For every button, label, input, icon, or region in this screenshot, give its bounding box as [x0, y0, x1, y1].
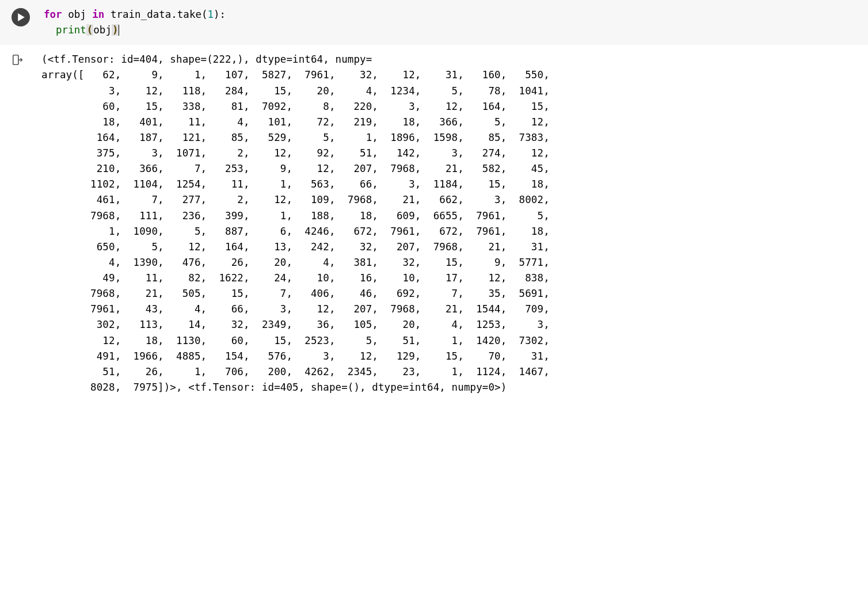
output-collapse-button[interactable]: [12, 54, 24, 66]
keyword-for: for: [44, 9, 62, 20]
keyword-in: in: [92, 9, 104, 20]
code-text: obj: [93, 24, 112, 36]
output-arrow-icon: [12, 54, 24, 66]
svg-rect-0: [13, 55, 18, 65]
input-area: for obj in train_data.take(1): print(obj…: [0, 0, 868, 45]
code-text: train_data.take(: [104, 9, 207, 20]
matched-paren-close: ): [112, 24, 119, 36]
code-text: ):: [214, 9, 226, 20]
output-gutter: [7, 52, 41, 395]
play-icon: [17, 13, 25, 21]
builtin-print: print: [56, 24, 86, 36]
code-editor[interactable]: for obj in train_data.take(1): print(obj…: [41, 7, 861, 38]
notebook-cell: for obj in train_data.take(1): print(obj…: [0, 0, 868, 406]
input-gutter: [7, 7, 41, 38]
run-button[interactable]: [12, 8, 30, 26]
code-indent: [44, 24, 56, 36]
text-cursor: [119, 25, 119, 36]
matched-paren-open: (: [86, 24, 94, 36]
output-area: (<tf.Tensor: id=404, shape=(222,), dtype…: [0, 45, 868, 406]
output-text[interactable]: (<tf.Tensor: id=404, shape=(222,), dtype…: [41, 52, 861, 395]
code-text: obj: [62, 9, 93, 20]
code-number: 1: [208, 9, 214, 20]
